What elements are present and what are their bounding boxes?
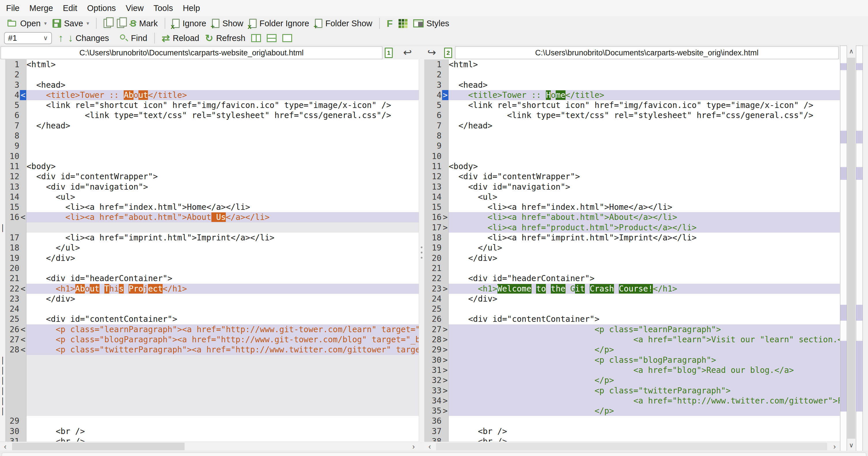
diff-overview-strip-right[interactable]: [856, 46, 863, 451]
diff-overview-strip-left[interactable]: [840, 46, 847, 451]
right-diff-pane[interactable]: 1<html>23 <head>4> <title>Tower :: Home<…: [425, 59, 840, 441]
code-line-text[interactable]: <link rel="shortcut icon" href="img/favi…: [27, 100, 419, 110]
code-line-text[interactable]: <head>: [449, 80, 840, 90]
code-line-text[interactable]: <link rel="shortcut icon" href="img/favi…: [449, 100, 840, 110]
scroll-left-icon[interactable]: ‹: [425, 442, 435, 451]
code-line-text[interactable]: [449, 304, 840, 314]
code-line-text[interactable]: <p class="twitterParagraph">: [449, 386, 840, 396]
code-line-text[interactable]: <link type="text/css" rel="stylesheet" h…: [449, 110, 840, 120]
code-line-text[interactable]: [27, 223, 419, 233]
code-line-text[interactable]: <div id="headerContainer">: [27, 273, 419, 283]
code-line-text[interactable]: [27, 355, 419, 365]
scroll-down-icon[interactable]: ∨: [847, 439, 856, 451]
code-line-text[interactable]: <br />: [27, 436, 419, 441]
code-line-text[interactable]: <div id="contentWrapper">: [27, 171, 419, 181]
code-line-text[interactable]: [27, 365, 419, 375]
single-pane-layout-button[interactable]: [279, 33, 295, 43]
code-line-text[interactable]: [449, 131, 840, 141]
code-line-text[interactable]: </div>: [27, 294, 419, 304]
code-line-text[interactable]: [27, 416, 419, 426]
code-line-text[interactable]: <p class="learnParagraph"><a href="http:…: [27, 324, 419, 335]
save-dropdown-icon[interactable]: ▾: [87, 20, 89, 27]
code-line-text[interactable]: [449, 69, 840, 80]
scroll-right-icon[interactable]: ›: [408, 442, 419, 451]
code-line-text[interactable]: <h1>Welcome to the Git Crash Course!</h1…: [449, 284, 840, 294]
copy-left-button[interactable]: [101, 18, 114, 29]
show-button[interactable]: + Show: [209, 18, 246, 29]
code-line-text[interactable]: [27, 69, 419, 80]
code-line-text[interactable]: [27, 131, 419, 141]
code-line-text[interactable]: <p class="learnParagraph">: [449, 324, 840, 335]
code-line-text[interactable]: [27, 304, 419, 314]
find-button[interactable]: Find: [117, 32, 150, 44]
next-change-button[interactable]: ↓: [66, 32, 75, 44]
diff-location-mark[interactable]: [840, 167, 847, 180]
code-line-text[interactable]: <a href="blog">Read our blog.</a>: [449, 365, 840, 375]
code-line-text[interactable]: <div id="headerContainer">: [449, 273, 840, 283]
code-line-text[interactable]: <div id="contentWrapper">: [449, 171, 840, 181]
diff-location-mark[interactable]: [856, 63, 863, 70]
pane-splitter[interactable]: [419, 59, 425, 441]
reload-button[interactable]: ⇄ Reload: [159, 31, 202, 45]
menu-item-merge[interactable]: Merge: [25, 0, 58, 16]
code-line-text[interactable]: [449, 263, 840, 273]
code-line-text[interactable]: [27, 151, 419, 161]
code-line-text[interactable]: <ul>: [27, 192, 419, 202]
code-line-text[interactable]: <ul>: [449, 192, 840, 202]
menu-item-view[interactable]: View: [121, 0, 149, 16]
folder-ignore-button[interactable]: x Folder Ignore: [246, 18, 312, 29]
code-line-text[interactable]: [449, 416, 840, 426]
code-line-text[interactable]: <html>: [27, 59, 419, 69]
left-hscroll-thumb[interactable]: [12, 443, 185, 450]
diff-location-mark[interactable]: [856, 131, 863, 143]
code-line-text[interactable]: [449, 151, 840, 161]
diff-location-mark[interactable]: [840, 131, 847, 143]
diff-location-mark[interactable]: [840, 341, 847, 411]
code-line-text[interactable]: [27, 396, 419, 406]
code-line-text[interactable]: [27, 263, 419, 273]
code-line-text[interactable]: [27, 375, 419, 385]
code-line-text[interactable]: <h1>About This Project</h1>: [27, 284, 419, 294]
code-line-text[interactable]: </div>: [449, 253, 840, 263]
horizontal-split-layout-button[interactable]: [264, 33, 279, 43]
save-button[interactable]: Save ▾: [50, 18, 92, 29]
colors-button[interactable]: [396, 18, 410, 29]
code-line-text[interactable]: </div>: [449, 294, 840, 304]
code-line-text[interactable]: <div id="navigation">: [449, 182, 840, 192]
diff-location-mark[interactable]: [856, 305, 863, 321]
vertical-split-layout-button[interactable]: [248, 33, 264, 43]
diff-number-combobox[interactable]: #1 ∨: [4, 32, 52, 44]
copy-to-right-icon[interactable]: ↪: [427, 47, 436, 59]
code-line-text[interactable]: <li><a href="imprint.html">Imprint</a></…: [27, 233, 419, 243]
code-line-text[interactable]: <html>: [449, 59, 840, 69]
styles-button[interactable]: Styles: [410, 18, 452, 29]
code-line-text[interactable]: </ul>: [27, 243, 419, 253]
copy-to-left-icon[interactable]: ↩: [403, 47, 412, 59]
code-line-text[interactable]: [27, 406, 419, 416]
code-line-text[interactable]: <li><a href="index.html">Home</a></li>: [27, 202, 419, 212]
code-line-text[interactable]: <li><a href="imprint.html">Imprint</a></…: [449, 233, 840, 243]
code-line-text[interactable]: <li><a href="about.html">About Us</a></l…: [27, 212, 419, 222]
right-hscroll-thumb[interactable]: [436, 443, 827, 450]
mark-button[interactable]: S Mark: [127, 17, 161, 30]
code-line-text[interactable]: </div>: [27, 253, 419, 263]
code-line-text[interactable]: </head>: [27, 121, 419, 131]
code-line-text[interactable]: [27, 386, 419, 396]
left-horizontal-scrollbar[interactable]: ‹ ›: [0, 441, 419, 451]
menu-item-options[interactable]: Options: [82, 0, 121, 16]
code-line-text[interactable]: <title>Tower :: About</title>: [27, 90, 419, 100]
code-line-text[interactable]: <head>: [27, 80, 419, 90]
code-line-text[interactable]: <body>: [27, 161, 419, 171]
code-line-text[interactable]: <br />: [449, 436, 840, 441]
diff-location-mark[interactable]: [856, 341, 863, 411]
font-button[interactable]: F: [384, 17, 396, 30]
folder-show-button[interactable]: + Folder Show: [312, 18, 375, 29]
code-line-text[interactable]: <div id="contentContainer">: [449, 314, 840, 324]
code-line-text[interactable]: </head>: [449, 121, 840, 131]
code-line-text[interactable]: [27, 141, 419, 151]
diff-location-mark[interactable]: [840, 63, 847, 70]
code-line-text[interactable]: </p>: [449, 375, 840, 385]
code-line-text[interactable]: <p class="blogParagraph">: [449, 355, 840, 365]
diff-location-mark[interactable]: [840, 305, 847, 321]
vertical-scrollbar[interactable]: ∧ ∨: [847, 46, 856, 451]
